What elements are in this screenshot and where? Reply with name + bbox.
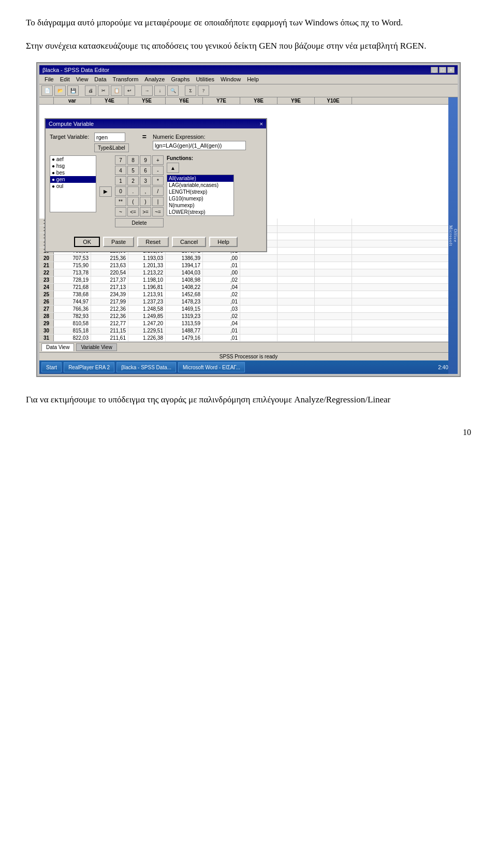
dialog-buttons: OK Paste Reset Cancel Help [46, 235, 266, 251]
key-3[interactable]: 3 [140, 176, 151, 185]
var-item-bes[interactable]: ● bes [50, 169, 96, 176]
var-item-oul[interactable]: ● oul [50, 183, 96, 190]
spss-statusbar: SPSS Processor is ready [39, 352, 458, 360]
key-divide[interactable]: / [152, 186, 164, 196]
menu-window[interactable]: Window [217, 76, 244, 83]
function-listbox[interactable]: All(variable) LAG(variable,ncases) LENGT… [167, 175, 234, 216]
office-strip: Office Microsoft [448, 97, 458, 374]
type-label-button[interactable]: Type&Label [94, 143, 129, 152]
toolbar-btn-2[interactable]: 📂 [54, 85, 66, 96]
menu-file[interactable]: File [41, 76, 57, 83]
toolbar-btn-11[interactable]: Σ [185, 85, 196, 96]
office-label: Office [453, 229, 458, 242]
taskbar-word[interactable]: Microsoft Word - ΕΙΣΑΓ... [178, 362, 245, 372]
func-all[interactable]: All(variable) [167, 175, 233, 182]
key-lte[interactable]: <= [127, 207, 139, 216]
taskbar-spss[interactable]: βlacka - SPSS Data... [116, 362, 176, 372]
var-item-gen[interactable]: ● gen [50, 176, 96, 183]
func-lower[interactable]: LOWER(strexp) [167, 209, 233, 215]
dialog-paste-button[interactable]: Paste [103, 237, 134, 247]
toolbar-btn-9[interactable]: ↓ [154, 85, 166, 96]
key-9[interactable]: 9 [140, 155, 151, 165]
key-minus[interactable]: - [152, 166, 164, 175]
menu-analyze[interactable]: Analyze [141, 76, 168, 83]
windows-taskbar: Start RealPlayer ERA 2 βlacka - SPSS Dat… [39, 360, 458, 374]
var-item-aef[interactable]: ● aef [50, 156, 96, 163]
toolbar-btn-5[interactable]: ✂ [98, 85, 109, 96]
func-lg10[interactable]: LG10(numexp) [167, 195, 233, 202]
func-length[interactable]: LENGTH(strexp) [167, 189, 233, 195]
variable-listbox[interactable]: ● aef ● hsg ● bes ● gen ● oul [50, 155, 96, 212]
grid-row-26: 26 744,97 217,99 1.237,23 1478,23 ,01 [39, 298, 458, 306]
grid-row-25: 25 738,68 234,39 1.213,91 1452,68 ,02 [39, 291, 458, 298]
key-comma[interactable]: , [140, 186, 151, 196]
func-lag[interactable]: LAG(variable,ncases) [167, 182, 233, 189]
grid-row-24: 24 721,68 217,13 1.196,81 1408,22 ,04 [39, 284, 458, 291]
minimize-btn[interactable]: _ [431, 67, 438, 73]
grid-row-30: 30 815,18 211,15 1.229,51 1488,77 ,01 [39, 327, 458, 335]
dialog-cancel-button[interactable]: Cancel [172, 237, 206, 247]
bottom-paragraph: Για να εκτιμήσουμε το υπόδειγμα της αγορ… [26, 393, 471, 407]
menu-edit[interactable]: Edit [57, 76, 73, 83]
key-rparen[interactable]: ) [140, 197, 151, 206]
grid-row-29: 29 810,58 212,77 1.247,20 1313,59 ,04 [39, 320, 458, 327]
dialog-close-icon[interactable]: × [260, 121, 263, 127]
toolbar-btn-7[interactable]: ↩ [124, 85, 135, 96]
key-8[interactable]: 8 [127, 155, 139, 165]
key-dot[interactable]: . [127, 186, 139, 196]
key-lparen[interactable]: ( [127, 197, 139, 206]
key-4[interactable]: 4 [115, 166, 126, 175]
spss-titlebar: βlacka - SPSS Data Editor _ □ × [39, 65, 458, 75]
spss-main-content: Compute Variable × Target Variable: Type… [39, 97, 458, 374]
dialog-reset-button[interactable]: Reset [137, 237, 169, 247]
key-5[interactable]: 5 [127, 166, 139, 175]
numeric-expression-input[interactable] [153, 141, 246, 150]
toolbar-btn-10[interactable]: 🔍 [167, 85, 179, 96]
key-delete[interactable]: Delete [115, 218, 164, 227]
grid-row-22: 22 713,78 220,54 1.213,22 1404,03 ,00 [39, 269, 458, 277]
key-pipe[interactable]: | [152, 197, 164, 206]
functions-label: Functions: [167, 155, 234, 161]
toolbar-btn-3[interactable]: 💾 [67, 85, 79, 96]
taskbar-start[interactable]: Start [41, 362, 62, 372]
toolbar-btn-8[interactable]: → [141, 85, 153, 96]
key-neq[interactable]: ~= [152, 207, 164, 216]
key-2[interactable]: 2 [127, 176, 139, 185]
functions-arrow[interactable]: ▲ [167, 163, 179, 173]
toolbar-btn-1[interactable]: 📄 [41, 85, 53, 96]
var-item-hsg[interactable]: ● hsg [50, 163, 96, 169]
menu-data[interactable]: Data [91, 76, 109, 83]
toolbar-btn-6[interactable]: 📋 [111, 85, 122, 96]
target-variable-input[interactable] [94, 133, 125, 142]
key-1[interactable]: 1 [115, 176, 126, 185]
menu-graphs[interactable]: Graphs [168, 76, 193, 83]
toolbar-btn-12[interactable]: ? [198, 85, 209, 96]
maximize-btn[interactable]: □ [439, 67, 446, 73]
tab-data-view[interactable]: Data View [41, 343, 74, 351]
dialog-ok-button[interactable]: OK [74, 237, 100, 247]
key-7[interactable]: 7 [115, 155, 126, 165]
numeric-expression-label: Numeric Expression: [153, 133, 246, 140]
dialog-help-button[interactable]: Help [209, 237, 238, 247]
func-num[interactable]: N(numexp) [167, 202, 233, 209]
compute-variable-dialog: Compute Variable × Target Variable: Type… [45, 118, 267, 252]
key-tilde[interactable]: ~ [115, 207, 126, 216]
menu-transform[interactable]: Transform [110, 76, 142, 83]
key-multiply[interactable]: * [152, 176, 164, 185]
key-gte[interactable]: >= [140, 207, 151, 216]
menu-utilities[interactable]: Utilities [193, 76, 217, 83]
key-0[interactable]: 0 [115, 186, 126, 196]
tab-variable-view[interactable]: Variable View [76, 343, 116, 351]
close-btn[interactable]: × [447, 67, 455, 73]
microsoft-label: Microsoft [448, 225, 453, 247]
spss-tabs: Data View Variable View [39, 342, 458, 352]
menu-view[interactable]: View [73, 76, 92, 83]
menu-help[interactable]: Help [244, 76, 262, 83]
toolbar-btn-4[interactable]: 🖨 [85, 85, 96, 96]
arrow-button[interactable]: ▶ [99, 186, 112, 197]
key-6[interactable]: 6 [140, 166, 151, 175]
target-variable-label: Target Variable: [50, 133, 91, 140]
key-plus[interactable]: + [152, 155, 164, 165]
key-power[interactable]: ** [115, 197, 126, 206]
taskbar-realplayer[interactable]: RealPlayer ERA 2 [64, 362, 114, 372]
